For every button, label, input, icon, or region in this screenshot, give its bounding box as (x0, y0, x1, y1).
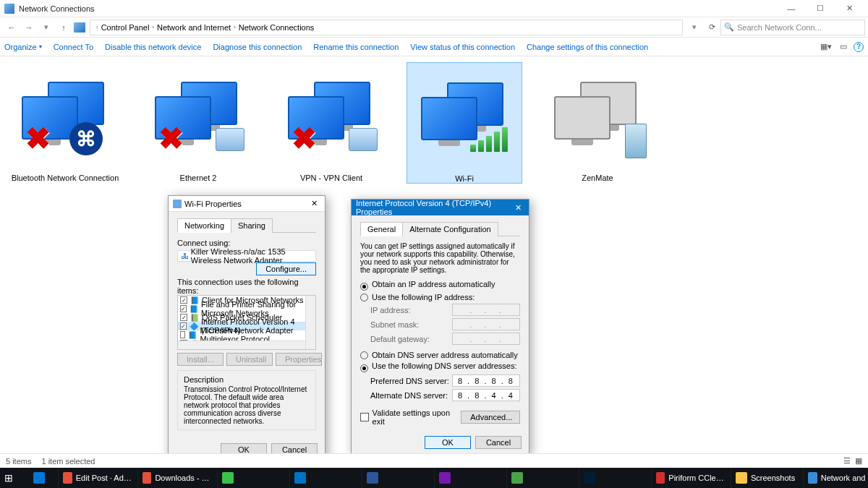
disable-device-button[interactable]: Disable this network device (105, 43, 201, 51)
close-icon[interactable]: ✕ (307, 199, 320, 208)
command-bar: Organize Connect To Disable this network… (0, 38, 868, 56)
adapter-vpn[interactable]: ✖ VPN - VPN Client (273, 62, 389, 182)
taskbar-app[interactable]: Piriform CCleaner -... (651, 468, 731, 488)
taskbar-app[interactable]: Edit Post · Addictiv... (58, 468, 137, 488)
ok-button[interactable]: OK (425, 436, 471, 449)
close-button[interactable]: ✕ (835, 0, 864, 17)
subnet-input: . . . (452, 318, 520, 330)
change-settings-button[interactable]: Change settings of this connection (527, 43, 648, 51)
adapter-label: VPN - VPN Client (273, 174, 389, 182)
back-button[interactable]: ← (3, 20, 20, 35)
advanced-button[interactable]: Advanced... (461, 411, 520, 424)
breadcrumb-dropdown[interactable]: ▾ (686, 20, 703, 35)
radio-auto-ip[interactable] (360, 283, 368, 291)
dialog-titlebar[interactable]: Wi-Fi Properties ✕ (169, 196, 325, 212)
disabled-x-icon: ✖ (20, 121, 55, 155)
disabled-x-icon: ✖ (286, 121, 321, 155)
tiles-view-icon[interactable]: ▦ (855, 456, 862, 466)
tab-alternate[interactable]: Alternate Configuration (402, 222, 498, 236)
ip-address-input: . . . (452, 304, 520, 316)
organize-menu[interactable]: Organize (4, 43, 42, 51)
taskbar-app[interactable] (362, 468, 434, 488)
dialog-title: Internet Protocol Version 4 (TCP/IPv4) P… (356, 199, 511, 216)
validate-checkbox[interactable] (360, 413, 369, 421)
adapter-bluetooth[interactable]: ✖⌘ Bluetooth Network Connection (7, 62, 123, 182)
vpn-cable-icon (349, 128, 378, 151)
taskbar-app[interactable]: Network and Shari... (803, 468, 868, 488)
view-options-icon[interactable]: ▦▾ (819, 40, 833, 53)
scrollbar-vertical[interactable] (305, 296, 315, 349)
dialog-title: Wi-Fi Properties (184, 200, 307, 208)
location-icon (74, 22, 85, 33)
up-button[interactable]: ↑ (55, 20, 72, 35)
start-button[interactable]: ⊞ (0, 468, 29, 488)
taskbar-app[interactable] (579, 468, 651, 488)
tab-sharing[interactable]: Sharing (231, 218, 273, 233)
search-placeholder: Search Network Conn... (737, 23, 822, 32)
breadcrumb[interactable]: ›Control Panel ›Network and Internet ›Ne… (90, 20, 683, 35)
server-icon (625, 124, 647, 158)
rename-button[interactable]: Rename this connection (313, 43, 399, 51)
radio-manual-ip[interactable] (360, 294, 368, 301)
taskbar-app[interactable] (217, 468, 289, 488)
recent-dropdown[interactable]: ▾ (38, 20, 55, 35)
crumb-network-connections[interactable]: Network Connections (239, 23, 315, 32)
details-view-icon[interactable]: ☰ (843, 456, 851, 466)
wifi-signal-icon (470, 127, 508, 152)
connect-using-label: Connect using: (177, 239, 316, 247)
window-titlebar: Network Connections — ☐ ✕ (0, 0, 868, 17)
uninstall-button[interactable]: Uninstall (226, 353, 273, 366)
taskbar-edge[interactable] (29, 468, 58, 488)
gateway-input: . . . (452, 333, 520, 345)
preferred-dns-input[interactable]: 8 . 8 . 8 . 8 (452, 374, 520, 387)
taskbar-app[interactable] (289, 468, 362, 488)
help-icon[interactable]: ? (854, 42, 864, 52)
view-status-button[interactable]: View status of this connection (410, 43, 515, 51)
protocol-listbox[interactable]: ✓📘Client for Microsoft Networks ✓📘File a… (177, 295, 316, 350)
taskbar-app[interactable]: Downloads - Googl... (137, 468, 217, 488)
radio-auto-dns[interactable] (360, 351, 368, 359)
adapter-wifi[interactable]: Wi-Fi (407, 62, 522, 184)
search-input[interactable]: 🔍 Search Network Conn... (720, 20, 865, 35)
maximize-button[interactable]: ☐ (806, 0, 835, 17)
crumb-network-internet[interactable]: Network and Internet (157, 23, 231, 32)
taskbar-app[interactable] (506, 468, 579, 488)
tab-networking[interactable]: Networking (177, 218, 231, 233)
forward-button[interactable]: → (20, 20, 38, 35)
adapter-zenmate[interactable]: ZenMate (540, 62, 655, 182)
address-bar: ← → ▾ ↑ ›Control Panel ›Network and Inte… (0, 17, 868, 38)
adapter-label: Ethernet 2 (140, 174, 256, 182)
adapter-ethernet[interactable]: ✖ Ethernet 2 (140, 62, 256, 182)
properties-button[interactable]: Properties (276, 353, 322, 366)
refresh-button[interactable]: ⟳ (703, 22, 720, 32)
disabled-x-icon: ✖ (153, 121, 188, 155)
status-item-count: 5 items (6, 457, 31, 466)
tab-general[interactable]: General (360, 222, 403, 236)
dialog-titlebar[interactable]: Internet Protocol Version 4 (TCP/IPv4) P… (352, 200, 529, 215)
cancel-button[interactable]: Cancel (475, 436, 522, 449)
crumb-control-panel[interactable]: Control Panel (101, 23, 150, 32)
taskbar-app[interactable] (434, 468, 506, 488)
search-icon: 🔍 (724, 22, 734, 32)
minimize-button[interactable]: — (777, 0, 806, 17)
bluetooth-icon: ⌘ (69, 122, 103, 155)
preview-pane-icon[interactable]: ▭ (836, 40, 851, 53)
radio-manual-dns[interactable] (360, 364, 368, 372)
status-bar: 5 items 1 item selected ☰ ▦ (0, 453, 868, 468)
window-title: Network Connections (19, 4, 777, 13)
alternate-dns-input[interactable]: 8 . 8 . 4 . 4 (452, 389, 520, 401)
description-text: Transmission Control Protocol/Internet P… (184, 385, 310, 425)
diagnose-button[interactable]: Diagnose this connection (213, 43, 302, 51)
connect-to-button[interactable]: Connect To (54, 43, 93, 51)
adapter-name-field: 🖧 Killer Wireless-n/a/ac 1535 Wireless N… (177, 250, 316, 262)
install-button[interactable]: Install... (177, 353, 224, 366)
adapter-label: Bluetooth Network Connection (7, 174, 123, 182)
configure-button[interactable]: Configure... (256, 262, 316, 275)
description-header: Description (184, 375, 310, 384)
adapter-label: Wi-Fi (407, 174, 522, 183)
scrollbar-horizontal[interactable] (178, 341, 305, 349)
close-icon[interactable]: ✕ (511, 203, 524, 213)
intro-text: You can get IP settings assigned automat… (360, 242, 520, 274)
taskbar-app[interactable]: Screenshots (731, 468, 803, 488)
app-icon (4, 4, 14, 14)
